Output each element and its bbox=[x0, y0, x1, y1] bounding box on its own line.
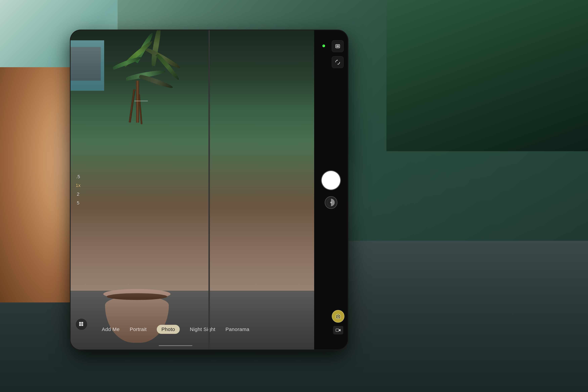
mode-bar-line bbox=[159, 345, 192, 346]
shutter-button[interactable] bbox=[322, 171, 340, 190]
zoom-2-button[interactable]: 2 bbox=[77, 192, 79, 197]
mode-bar bbox=[70, 345, 281, 346]
plant-leaf-8 bbox=[139, 73, 173, 90]
zoom-5-button[interactable]: 5 bbox=[77, 200, 79, 206]
camera-mode-selector: Add Me Portrait Photo Night Sight Panora… bbox=[70, 322, 281, 336]
phone-device: .5 1x 2 5 Add Me Portrait Photo Night bbox=[70, 30, 348, 350]
phone-hinge bbox=[208, 30, 210, 350]
flip-button[interactable] bbox=[332, 56, 344, 68]
plant-container bbox=[79, 30, 205, 165]
mode-photo[interactable]: Photo bbox=[157, 325, 180, 334]
focus-indicator bbox=[134, 101, 148, 101]
zoom-05-button[interactable]: .5 bbox=[76, 174, 80, 180]
svg-rect-9 bbox=[336, 329, 339, 332]
camera-screen: .5 1x 2 5 Add Me Portrait Photo Night bbox=[70, 30, 348, 350]
svg-rect-5 bbox=[336, 45, 339, 47]
mode-panorama[interactable]: Panorama bbox=[225, 326, 249, 332]
camera-mode-button[interactable] bbox=[332, 310, 344, 322]
plant-branch-1 bbox=[129, 89, 135, 123]
background-plant bbox=[386, 0, 588, 151]
top-controls bbox=[332, 40, 344, 68]
video-mode-button[interactable] bbox=[333, 326, 343, 334]
mode-switch-button[interactable] bbox=[325, 196, 337, 209]
mode-add-me[interactable]: Add Me bbox=[102, 326, 120, 332]
mode-portrait[interactable]: Portrait bbox=[130, 326, 147, 332]
camera-preview: .5 1x 2 5 Add Me Portrait Photo Night bbox=[70, 30, 314, 350]
pot-soil bbox=[107, 293, 167, 300]
zoom-controls: .5 1x 2 5 bbox=[76, 174, 81, 206]
format-button[interactable] bbox=[332, 40, 344, 52]
svg-point-7 bbox=[330, 202, 332, 203]
plant-leaf-5 bbox=[145, 46, 181, 70]
mode-night-sight[interactable]: Night Sight bbox=[190, 326, 215, 332]
indicator-dot bbox=[322, 44, 325, 47]
zoom-1x-button[interactable]: 1x bbox=[76, 183, 81, 188]
right-controls-panel bbox=[314, 30, 348, 350]
bottom-right-controls bbox=[332, 310, 344, 334]
